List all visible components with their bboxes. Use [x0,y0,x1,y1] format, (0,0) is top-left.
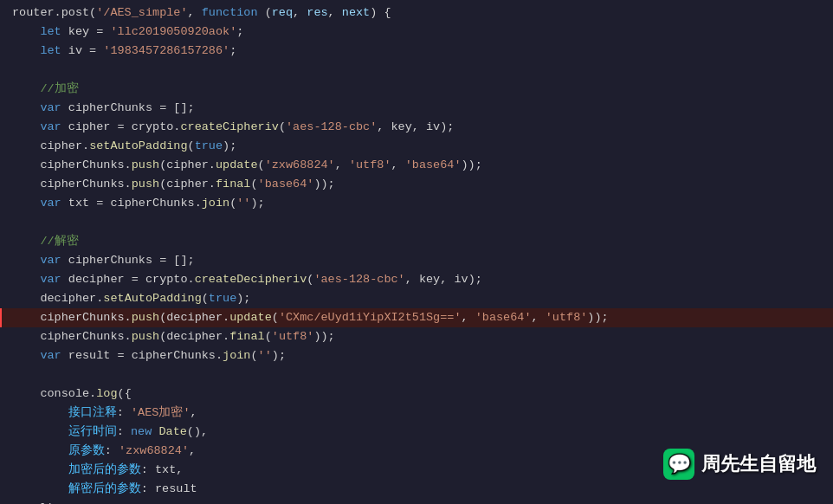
code-line: //解密 [0,232,833,251]
code-line: decipher.setAutoPadding(true); [0,289,833,308]
code-line: console.log({ [0,384,833,404]
code-line [0,213,833,232]
code-line: let key = 'llc2019050920aok'; [0,23,833,42]
code-line: var cipherChunks = []; [0,99,833,118]
code-line: router.post('/AES_simple', function (req… [0,3,833,23]
code-line: cipherChunks.push(decipher.final('utf8')… [0,327,833,346]
code-line: var decipher = crypto.createDecipheriv('… [0,270,833,289]
watermark: 💬 周先生自留地 [663,449,816,480]
wechat-icon: 💬 [663,449,694,480]
code-line: 运行时间: new Date(), [0,423,833,442]
watermark-text: 周先生自留地 [701,451,816,477]
code-line: }); [0,499,833,504]
code-line: var cipher = crypto.createCipheriv('aes-… [0,118,833,137]
code-line: 接口注释: 'AES加密', [0,404,833,423]
code-line: var txt = cipherChunks.join(''); [0,194,833,213]
code-line: cipherChunks.push(decipher.update('CXmc/… [0,308,833,327]
code-line [0,61,833,80]
code-line: //加密 [0,80,833,99]
code-line: cipherChunks.push(cipher.update('zxw6882… [0,156,833,175]
code-line: 解密后的参数: result [0,480,833,499]
code-line: var cipherChunks = []; [0,251,833,270]
code-line: let iv = '1983457286157286'; [0,42,833,61]
code-line [0,365,833,384]
code-lines: router.post('/AES_simple', function (req… [0,3,833,504]
code-line: cipher.setAutoPadding(true); [0,137,833,156]
code-line: cipherChunks.push(cipher.final('base64')… [0,175,833,194]
code-container: router.post('/AES_simple', function (req… [0,0,833,504]
code-line: var result = cipherChunks.join(''); [0,346,833,365]
